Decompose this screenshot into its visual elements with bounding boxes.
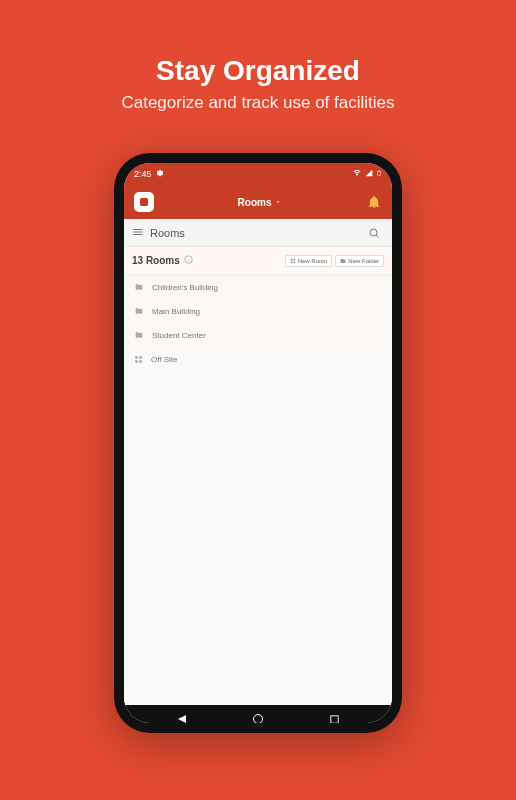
phone-frame: 2:45 Rooms xyxy=(114,153,402,733)
battery-icon xyxy=(376,168,382,180)
status-right xyxy=(352,168,382,180)
svg-point-14 xyxy=(254,715,263,724)
header-title-dropdown[interactable]: Rooms xyxy=(238,197,283,208)
folder-icon xyxy=(134,283,144,291)
status-bar: 2:45 xyxy=(124,163,392,185)
section-title-group: Rooms xyxy=(132,226,185,240)
back-button[interactable] xyxy=(175,712,189,723)
count-row: 13 Rooms New Room New Folder xyxy=(124,247,392,275)
svg-rect-7 xyxy=(293,258,295,260)
promo-subtitle: Categorize and track use of facilities xyxy=(121,93,394,113)
list-item-label: Children's Building xyxy=(152,283,218,292)
section-title-text: Rooms xyxy=(150,227,185,239)
folder-icon xyxy=(134,307,144,315)
app-logo[interactable] xyxy=(134,192,154,212)
signal-icon xyxy=(365,169,373,179)
list-item-label: Main Building xyxy=(152,307,200,316)
svg-rect-9 xyxy=(293,261,295,263)
list-item-label: Student Center xyxy=(152,331,206,340)
list-item-label: Off Site xyxy=(151,355,178,364)
list-item[interactable]: Student Center xyxy=(124,323,392,347)
list-item[interactable]: Children's Building xyxy=(124,275,392,299)
gear-icon xyxy=(156,169,164,179)
android-nav-bar xyxy=(124,705,392,723)
header-title: Rooms xyxy=(238,197,272,208)
notification-bell-button[interactable] xyxy=(366,194,382,210)
info-icon[interactable] xyxy=(184,255,193,266)
wifi-icon xyxy=(352,169,362,179)
new-folder-label: New Folder xyxy=(348,258,379,264)
search-button[interactable] xyxy=(364,223,384,243)
new-folder-button[interactable]: New Folder xyxy=(335,255,384,267)
phone-screen: 2:45 Rooms xyxy=(124,163,392,723)
svg-point-1 xyxy=(370,229,377,236)
list-item[interactable]: Off Site xyxy=(124,347,392,371)
svg-rect-8 xyxy=(290,261,292,263)
room-count: 13 Rooms xyxy=(132,255,193,266)
section-header: Rooms xyxy=(124,219,392,247)
svg-rect-6 xyxy=(290,258,292,260)
svg-line-2 xyxy=(376,235,379,238)
count-actions: New Room New Folder xyxy=(285,255,384,267)
promo-title: Stay Organized xyxy=(156,55,360,87)
svg-rect-13 xyxy=(139,360,142,363)
new-room-label: New Room xyxy=(298,258,328,264)
status-left: 2:45 xyxy=(134,169,164,179)
grid-icon xyxy=(134,355,143,364)
svg-rect-12 xyxy=(135,360,138,363)
status-time: 2:45 xyxy=(134,169,152,179)
svg-rect-0 xyxy=(140,198,148,206)
count-label: 13 Rooms xyxy=(132,255,180,266)
room-list: Children's Building Main Building Studen… xyxy=(124,275,392,705)
svg-rect-10 xyxy=(135,356,138,359)
home-button[interactable] xyxy=(251,712,265,723)
folder-icon xyxy=(134,331,144,339)
chevron-down-icon xyxy=(274,197,282,208)
svg-rect-15 xyxy=(330,715,337,722)
new-room-button[interactable]: New Room xyxy=(285,255,333,267)
recents-button[interactable] xyxy=(327,712,341,723)
list-item[interactable]: Main Building xyxy=(124,299,392,323)
svg-rect-11 xyxy=(139,356,142,359)
app-header: Rooms xyxy=(124,185,392,219)
menu-icon[interactable] xyxy=(132,226,144,240)
